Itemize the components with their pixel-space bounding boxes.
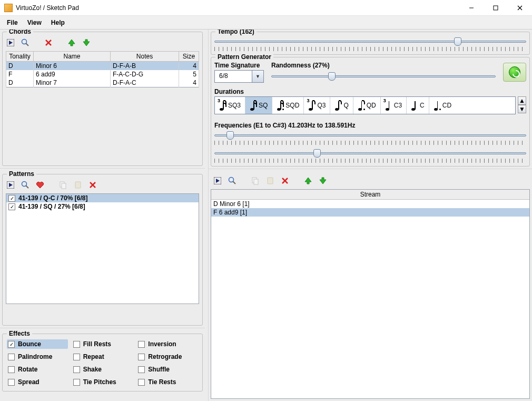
col-tonality[interactable]: Tonality	[6, 52, 34, 62]
checkbox[interactable]	[138, 354, 145, 360]
checkbox[interactable]	[73, 341, 80, 348]
effect-label: Shake	[83, 366, 102, 373]
move-down-icon[interactable]	[82, 38, 91, 47]
checkbox[interactable]	[8, 379, 15, 386]
app-icon	[4, 4, 13, 12]
checkbox[interactable]	[138, 379, 145, 386]
search-icon[interactable]	[21, 38, 30, 47]
search-icon[interactable]	[21, 180, 30, 190]
tempo-label: Tempo (162)	[215, 30, 257, 35]
generate-button[interactable]	[503, 63, 526, 82]
effect-spread[interactable]: Spread	[7, 377, 68, 387]
note-icon	[334, 99, 342, 112]
checkbox[interactable]	[73, 366, 80, 373]
effect-inversion[interactable]: Inversion	[137, 339, 198, 349]
durations-scroll-up[interactable]: ▲	[518, 96, 526, 105]
svg-marker-30	[305, 178, 311, 184]
durations-picker[interactable]: 3SQ3SQSQD3Q3QQD3C3CCD	[214, 96, 516, 114]
col-notes[interactable]: Notes	[111, 52, 179, 62]
window-close-button[interactable]	[508, 0, 532, 16]
move-up-icon[interactable]	[303, 176, 313, 185]
slider-ticks	[214, 47, 526, 51]
note-icon: 3	[385, 99, 392, 112]
effect-palindrome[interactable]: Palindrome	[7, 352, 68, 361]
svg-line-15	[26, 185, 28, 188]
effect-label: Tie Rests	[148, 378, 176, 386]
duration-qd[interactable]: QD	[353, 97, 381, 114]
duration-q3[interactable]: 3Q3	[304, 97, 330, 114]
duration-code: Q	[343, 102, 348, 109]
move-up-icon[interactable]	[67, 38, 76, 47]
duration-sq3[interactable]: 3SQ3	[215, 97, 245, 114]
checkbox[interactable]	[8, 354, 15, 360]
durations-scroll-down[interactable]: ▼	[518, 105, 526, 113]
list-item[interactable]: ✓41-139 / SQ / 27% [6/8]	[6, 202, 199, 211]
checkbox[interactable]: ✓	[8, 203, 15, 210]
paste-icon	[73, 180, 83, 190]
note-icon: 3	[219, 99, 226, 112]
table-row[interactable]: F6 add9F-A-C-D-G5	[6, 70, 199, 79]
delete-icon[interactable]	[44, 38, 53, 47]
menu-view[interactable]: View	[23, 16, 46, 29]
titlebar: VirtuoZo! / Sketch Pad	[0, 0, 532, 16]
table-row[interactable]: DMinor 7D-F-A-C4	[6, 79, 199, 87]
play-icon[interactable]	[6, 180, 15, 190]
effect-bounce[interactable]: ✓Bounce	[7, 339, 68, 349]
table-row[interactable]: DMinor 6D-F-A-B4	[6, 62, 199, 71]
duration-sqd[interactable]: SQD	[272, 97, 304, 114]
duration-code: C	[420, 102, 425, 109]
stream-row[interactable]: F 6 add9 [1]	[211, 208, 529, 217]
checkbox[interactable]	[73, 354, 80, 360]
stream-column-header[interactable]: Stream	[211, 190, 529, 200]
delete-icon[interactable]	[280, 176, 290, 185]
slider-ticks	[214, 141, 526, 145]
checkbox[interactable]: ✓	[8, 195, 15, 202]
list-item[interactable]: ✓41-139 / Q-C / 70% [6/8]	[6, 194, 199, 202]
play-icon[interactable]	[213, 176, 222, 185]
play-icon[interactable]	[6, 38, 15, 47]
effect-tie-pitches[interactable]: Tie Pitches	[72, 377, 133, 387]
col-size[interactable]: Size	[179, 52, 199, 62]
checkbox[interactable]: ✓	[8, 341, 15, 348]
svg-marker-31	[320, 178, 326, 184]
randomness-slider[interactable]	[271, 71, 496, 82]
effect-retrograde[interactable]: Retrograde	[137, 352, 198, 361]
duration-c3[interactable]: 3C3	[381, 97, 407, 114]
checkbox[interactable]	[73, 379, 80, 386]
favorite-icon[interactable]	[35, 180, 45, 190]
effect-shake[interactable]: Shake	[72, 365, 133, 374]
frequency-low-slider[interactable]	[214, 130, 526, 141]
horizontal-splitter[interactable]	[209, 169, 532, 172]
time-signature-select[interactable]: 6/8 ▼	[214, 70, 264, 83]
effect-shuffle[interactable]: Shuffle	[137, 365, 198, 374]
checkbox[interactable]	[138, 366, 145, 373]
duration-sq[interactable]: SQ	[245, 97, 272, 114]
tempo-slider[interactable]	[214, 36, 526, 47]
duration-c[interactable]: C	[407, 97, 429, 114]
stream-row[interactable]: D Minor 6 [1]	[211, 200, 529, 208]
effect-rotate[interactable]: Rotate	[7, 365, 68, 374]
effect-fill-rests[interactable]: Fill Rests	[72, 339, 133, 349]
menu-file[interactable]: File	[2, 16, 23, 29]
chords-table[interactable]: Tonality Name Notes Size DMinor 6D-F-A-B…	[6, 51, 199, 87]
search-icon[interactable]	[228, 176, 237, 185]
col-name[interactable]: Name	[34, 52, 111, 62]
copy-icon	[58, 180, 68, 190]
menu-help[interactable]: Help	[46, 16, 70, 29]
frequency-high-slider[interactable]	[214, 148, 526, 159]
patterns-list[interactable]: ✓41-139 / Q-C / 70% [6/8]✓41-139 / SQ / …	[6, 193, 199, 304]
window-minimize-button[interactable]	[459, 0, 484, 16]
move-down-icon[interactable]	[318, 176, 328, 185]
duration-q[interactable]: Q	[330, 97, 353, 114]
checkbox[interactable]	[138, 341, 145, 348]
delete-icon[interactable]	[88, 180, 97, 190]
note-icon	[411, 99, 418, 112]
stream-table[interactable]: Stream D Minor 6 [1]F 6 add9 [1]	[211, 189, 530, 399]
vertical-splitter[interactable]	[205, 30, 209, 401]
effect-repeat[interactable]: Repeat	[72, 352, 133, 361]
chevron-down-icon[interactable]: ▼	[252, 71, 263, 82]
checkbox[interactable]	[8, 366, 15, 373]
duration-cd[interactable]: CD	[429, 97, 456, 114]
window-maximize-button[interactable]	[484, 0, 508, 16]
effect-tie-rests[interactable]: Tie Rests	[137, 377, 198, 387]
